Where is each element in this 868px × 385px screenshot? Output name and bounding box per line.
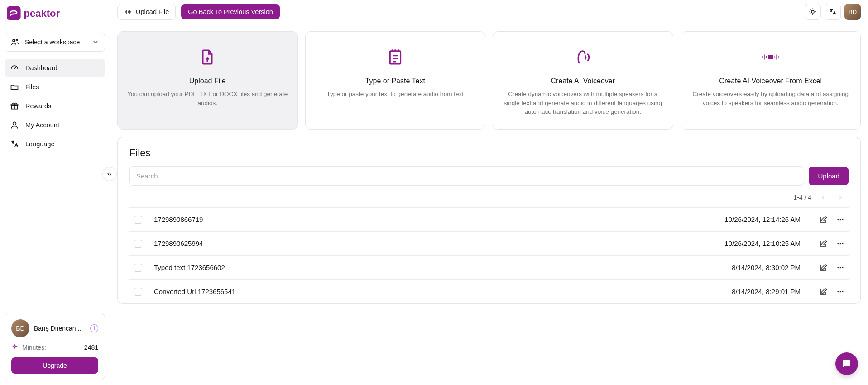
files-title: Files: [129, 147, 849, 159]
chevron-right-icon: [837, 194, 844, 201]
svg-rect-0: [7, 6, 21, 20]
folder-icon: [10, 82, 19, 91]
user-name: Barış Direncan ...: [34, 325, 86, 332]
svg-point-13: [842, 219, 844, 220]
card-title: Create AI Voiceover From Excel: [719, 77, 822, 85]
chevron-left-icon: [820, 194, 827, 201]
collapse-sidebar-button[interactable]: [102, 167, 117, 181]
search-input[interactable]: [129, 166, 804, 186]
sidebar: peaktor Select a workspace Dashboard Fil…: [0, 0, 110, 385]
table-row: 1729890625994 10/26/2024, 12:10:25 AM: [129, 231, 849, 255]
sidebar-item-label: Language: [25, 140, 55, 148]
edit-button[interactable]: [819, 215, 828, 224]
upload-file-button[interactable]: Upload File: [117, 4, 176, 20]
row-checkbox[interactable]: [134, 240, 142, 248]
revert-button[interactable]: Go Back To Previous Version: [181, 4, 280, 19]
row-name[interactable]: 1729890625994: [154, 240, 676, 247]
prev-page-button[interactable]: [818, 192, 829, 203]
chat-fab[interactable]: [835, 352, 858, 375]
translate-icon: [10, 140, 19, 149]
topbar-avatar[interactable]: BD: [844, 4, 861, 20]
theme-toggle-button[interactable]: [805, 4, 821, 20]
edit-button[interactable]: [819, 287, 828, 296]
language-button[interactable]: [825, 4, 841, 20]
svg-point-15: [840, 243, 841, 244]
users-icon: [10, 38, 19, 47]
dots-icon: [836, 240, 844, 248]
card-desc: Type or paste your text to generate audi…: [327, 90, 464, 99]
minutes-label: Minutes:: [22, 344, 81, 351]
brand-logo[interactable]: peaktor: [0, 0, 110, 27]
more-button[interactable]: [836, 239, 845, 248]
upgrade-button[interactable]: Upgrade: [11, 357, 98, 374]
files-table: 1729890866719 10/26/2024, 12:14:26 AM 17…: [129, 207, 849, 303]
card-type-paste[interactable]: Type or Paste Text Type or paste your te…: [305, 31, 486, 130]
action-cards: Upload File You can upload your PDF, TXT…: [117, 31, 861, 130]
workspace-select[interactable]: Select a workspace: [5, 33, 105, 52]
table-row: Typed text 1723656602 8/14/2024, 8:30:02…: [129, 255, 849, 279]
row-name[interactable]: Typed text 1723656602: [154, 264, 676, 271]
row-date: 8/14/2024, 8:29:01 PM: [683, 288, 801, 295]
row-name[interactable]: 1729890866719: [154, 216, 676, 223]
sidebar-item-files[interactable]: Files: [5, 78, 105, 96]
sidebar-item-label: Files: [25, 83, 39, 91]
row-checkbox[interactable]: [134, 216, 142, 224]
card-desc: Create dynamic voiceovers with multiple …: [502, 90, 664, 116]
svg-point-6: [13, 122, 16, 125]
svg-text:peaktor: peaktor: [24, 8, 60, 19]
files-panel: Files Upload 1-4 / 4: [117, 137, 861, 304]
revert-label: Go Back To Previous Version: [188, 8, 273, 15]
dots-icon: [836, 264, 844, 272]
edit-icon: [819, 288, 827, 296]
chevrons-left-icon: [106, 170, 113, 178]
voice-icon: [574, 48, 592, 66]
edit-icon: [819, 216, 827, 224]
card-desc: You can upload your PDF, TXT or DOCX fil…: [127, 90, 288, 107]
edit-button[interactable]: [819, 263, 828, 272]
card-voiceover-excel[interactable]: xls Create AI Voiceover From Excel Creat…: [681, 31, 861, 130]
workspace-label: Select a workspace: [25, 38, 86, 46]
edit-button[interactable]: [819, 239, 828, 248]
file-upload-icon: [198, 48, 216, 66]
dots-icon: [836, 216, 844, 224]
card-voiceover[interactable]: Create AI Voiceover Create dynamic voice…: [493, 31, 673, 130]
row-date: 10/26/2024, 12:14:26 AM: [683, 216, 801, 223]
svg-point-21: [840, 291, 841, 292]
audio-excel-icon: xls: [762, 48, 780, 66]
sun-icon: [809, 8, 817, 16]
minutes-value: 2481: [84, 344, 98, 351]
upload-button[interactable]: Upload: [809, 167, 849, 185]
sidebar-item-dashboard[interactable]: Dashboard: [5, 59, 105, 77]
svg-point-17: [837, 267, 839, 268]
svg-point-14: [837, 243, 839, 244]
sparkle-icon: [11, 344, 19, 351]
info-icon[interactable]: i: [90, 324, 98, 332]
sidebar-item-rewards[interactable]: Rewards: [5, 97, 105, 115]
row-checkbox[interactable]: [134, 288, 142, 296]
row-checkbox[interactable]: [134, 264, 142, 272]
sidebar-item-account[interactable]: My Account: [5, 116, 105, 134]
more-button[interactable]: [836, 263, 845, 272]
dots-icon: [836, 288, 844, 296]
svg-point-12: [840, 219, 841, 220]
row-name[interactable]: Converted Url 1723656541: [154, 288, 676, 295]
card-upload-file[interactable]: Upload File You can upload your PDF, TXT…: [117, 31, 298, 130]
chevron-down-icon: [92, 38, 99, 46]
sidebar-item-language[interactable]: Language: [5, 135, 105, 153]
next-page-button[interactable]: [835, 192, 846, 203]
svg-point-16: [842, 243, 844, 244]
svg-point-22: [842, 291, 844, 292]
topbar: Upload File Go Back To Previous Version …: [110, 0, 868, 24]
more-button[interactable]: [836, 287, 845, 296]
edit-icon: [819, 240, 827, 248]
user-card: BD Barış Direncan ... i Minutes: 2481 Up…: [5, 313, 105, 380]
svg-point-11: [837, 219, 839, 220]
chat-icon: [841, 358, 852, 369]
more-button[interactable]: [836, 215, 845, 224]
svg-point-2: [13, 39, 15, 42]
card-desc: Create voiceovers easily by uploading da…: [690, 90, 852, 107]
avatar: BD: [11, 319, 29, 337]
notepad-icon: [386, 48, 404, 66]
audio-bars-icon: [124, 8, 132, 16]
sidebar-item-label: Rewards: [25, 102, 51, 110]
